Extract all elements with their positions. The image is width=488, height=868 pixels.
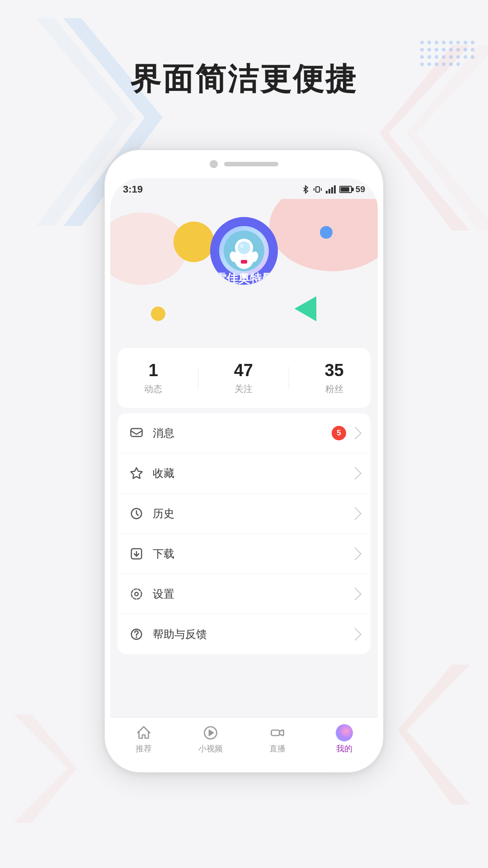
stat-followers-label: 粉丝 <box>325 383 343 395</box>
stat-following-count: 47 <box>234 361 253 380</box>
message-icon <box>128 425 145 441</box>
bg-dot-yellow-small <box>151 307 165 321</box>
menu-history-label: 历史 <box>153 506 351 521</box>
stat-posts-count: 1 <box>149 361 158 380</box>
svg-marker-5 <box>326 191 328 193</box>
astronaut-illustration <box>224 231 264 271</box>
phone-screen: 3:19 <box>110 178 378 767</box>
home-icon <box>133 725 154 741</box>
profile-avatar-nav <box>336 724 353 741</box>
menu-list: 消息 5 收藏 历史 <box>117 413 371 654</box>
bottom-nav: 推荐 小视频 直播 <box>110 717 378 767</box>
profile-avatar-bg: 雷佳奥特曼 <box>210 217 278 285</box>
front-camera-dot <box>210 160 218 168</box>
status-time: 3:19 <box>123 184 143 195</box>
stat-divider-1 <box>198 367 198 389</box>
stat-followers-count: 35 <box>324 361 343 380</box>
menu-help-label: 帮助与反馈 <box>153 627 351 642</box>
svg-marker-27 <box>209 730 213 736</box>
phone-camera-area <box>210 160 278 168</box>
short-video-icon <box>200 725 221 741</box>
svg-point-25 <box>136 637 136 637</box>
bg-circle-yellow <box>174 222 214 262</box>
profile-header: 雷佳奥特曼 <box>110 199 378 344</box>
svg-point-22 <box>135 592 138 596</box>
stat-following-label: 关注 <box>235 383 253 395</box>
menu-item-history[interactable]: 历史 <box>117 494 371 534</box>
svg-marker-8 <box>334 185 336 193</box>
nav-item-home[interactable]: 推荐 <box>110 725 177 754</box>
settings-chevron <box>349 588 361 600</box>
menu-downloads-label: 下载 <box>153 547 351 561</box>
stat-posts-label: 动态 <box>144 383 162 395</box>
svg-marker-6 <box>328 189 330 193</box>
nav-live-label: 直播 <box>269 743 286 754</box>
history-chevron <box>349 507 361 520</box>
page-title: 界面简洁更便捷 <box>0 59 488 100</box>
stat-item-posts[interactable]: 1 动态 <box>144 361 162 395</box>
menu-item-downloads[interactable]: 下载 <box>117 534 371 574</box>
bg-dot-blue <box>320 226 333 239</box>
signal-icon <box>326 185 336 193</box>
status-icons: 59 <box>301 184 365 194</box>
stat-item-followers[interactable]: 35 粉丝 <box>324 361 343 395</box>
svg-point-23 <box>131 589 142 599</box>
profile-username: 雷佳奥特曼 <box>215 271 273 285</box>
speaker-bar <box>224 162 278 166</box>
vibrate-icon <box>313 185 322 194</box>
stat-divider-2 <box>289 367 289 389</box>
nav-short-video-label: 小视频 <box>198 743 223 754</box>
profile-avatar-container[interactable]: 雷佳奥特曼 <box>210 217 278 285</box>
star-icon <box>128 465 145 481</box>
help-icon <box>128 626 145 642</box>
stat-item-following[interactable]: 47 关注 <box>234 361 253 395</box>
live-icon <box>267 725 288 741</box>
messages-badge: 5 <box>332 426 346 440</box>
download-icon <box>128 546 145 562</box>
help-chevron <box>349 628 361 641</box>
stats-card: 1 动态 47 关注 35 粉丝 <box>117 348 371 408</box>
favorites-chevron <box>349 467 361 480</box>
battery-level: 59 <box>356 184 365 194</box>
settings-icon <box>128 586 145 602</box>
menu-settings-label: 设置 <box>153 587 351 601</box>
svg-rect-2 <box>316 187 319 192</box>
svg-rect-28 <box>272 730 280 736</box>
nav-item-profile[interactable]: 我的 <box>311 725 378 754</box>
svg-marker-7 <box>331 187 333 193</box>
avatar <box>219 226 269 276</box>
downloads-chevron <box>349 547 361 560</box>
svg-rect-17 <box>131 429 142 437</box>
svg-rect-14 <box>241 260 247 264</box>
svg-marker-18 <box>131 468 142 479</box>
phone-mockup: 3:19 <box>104 149 384 773</box>
nav-item-short-video[interactable]: 小视频 <box>177 725 244 754</box>
svg-point-12 <box>238 241 250 254</box>
menu-item-messages[interactable]: 消息 5 <box>117 413 371 453</box>
menu-messages-label: 消息 <box>153 426 332 440</box>
menu-item-settings[interactable]: 设置 <box>117 574 371 614</box>
menu-item-favorites[interactable]: 收藏 <box>117 453 371 494</box>
status-bar: 3:19 <box>110 178 378 199</box>
profile-nav-icon <box>334 725 355 741</box>
bg-triangle-green <box>295 290 327 321</box>
nav-item-live[interactable]: 直播 <box>244 725 311 754</box>
menu-favorites-label: 收藏 <box>153 466 351 481</box>
svg-point-13 <box>240 244 244 248</box>
nav-home-label: 推荐 <box>136 743 152 754</box>
menu-item-help[interactable]: 帮助与反馈 <box>117 614 371 654</box>
messages-chevron <box>349 427 361 439</box>
clock-icon <box>128 505 145 522</box>
phone-shell: 3:19 <box>104 149 384 773</box>
nav-profile-label: 我的 <box>336 743 352 754</box>
bluetooth-icon <box>301 185 310 194</box>
battery-icon <box>339 186 352 193</box>
